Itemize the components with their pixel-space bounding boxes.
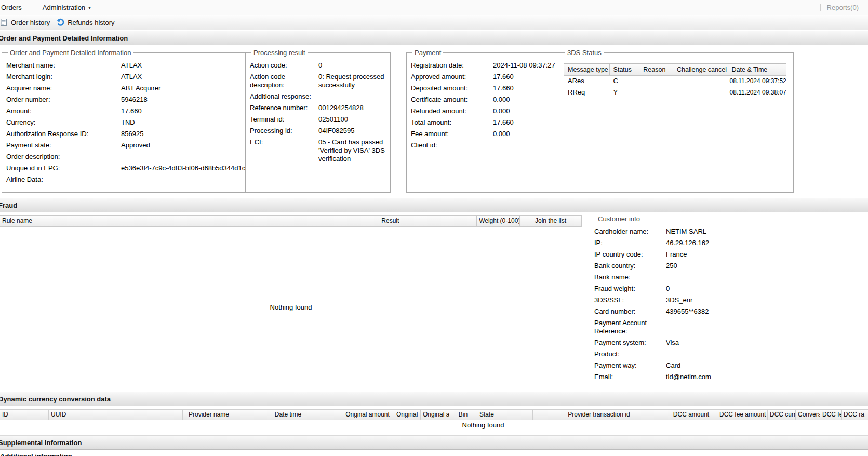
menu-separator bbox=[820, 4, 821, 11]
column-header[interactable]: Date & Time bbox=[728, 64, 786, 75]
reports-link[interactable]: Reports(0) bbox=[827, 4, 859, 11]
column-header[interactable]: Date time bbox=[235, 410, 341, 420]
table-cell: RReq bbox=[564, 87, 610, 98]
field-row: Merchant login:ATLAX bbox=[6, 73, 245, 81]
column-header[interactable]: UUID bbox=[49, 410, 183, 420]
panel-processing-result: Processing result Action code:0Action co… bbox=[245, 49, 391, 193]
field-value: 2024-11-08 09:37:27 bbox=[493, 61, 555, 70]
order-history-label: Order history bbox=[11, 19, 50, 26]
field-row: Payment Account Reference: bbox=[594, 319, 860, 336]
column-header[interactable]: Provider name bbox=[183, 410, 235, 420]
field-label: Refunded amount: bbox=[411, 107, 493, 115]
field-value: 439655**6382 bbox=[666, 307, 860, 316]
field-label: Action code: bbox=[250, 61, 318, 70]
field-row: Terminal id:02501100 bbox=[250, 115, 386, 124]
column-header[interactable]: Original f bbox=[394, 410, 421, 420]
field-row: Product: bbox=[594, 350, 860, 358]
field-label: Merchant name: bbox=[6, 61, 121, 70]
field-list: Registration date:2024-11-08 09:37:27App… bbox=[411, 61, 555, 150]
column-header[interactable]: DCC fee amount bbox=[717, 410, 768, 420]
toolbar: Order history Refunds history bbox=[0, 15, 868, 30]
field-label: Order description: bbox=[6, 153, 121, 161]
field-label: Payment way: bbox=[594, 361, 666, 370]
field-label: Approved amount: bbox=[411, 73, 493, 81]
field-label: Fraud weight: bbox=[594, 285, 666, 293]
column-header[interactable]: DCC curr bbox=[768, 410, 796, 420]
field-row: Cardholder name:NETIM SARL bbox=[594, 227, 860, 236]
column-header[interactable]: DCC ra bbox=[842, 410, 868, 420]
column-header[interactable]: Provider transaction id bbox=[533, 410, 665, 420]
field-row: Merchant name:ATLAX bbox=[6, 61, 245, 70]
field-label: Acquirer name: bbox=[6, 84, 121, 92]
panel-customer-info: Customer info Cardholder name:NETIM SARL… bbox=[590, 215, 864, 387]
field-value bbox=[666, 273, 860, 281]
panel-payment: Payment Registration date:2024-11-08 09:… bbox=[406, 49, 560, 193]
field-value: NETIM SARL bbox=[666, 227, 860, 236]
column-header[interactable]: Original amount bbox=[341, 410, 394, 420]
field-label: Registration date: bbox=[411, 61, 493, 70]
panel-legend: 3DS Status bbox=[565, 49, 604, 57]
field-label: Certificate amount: bbox=[411, 96, 493, 104]
field-value: e536e3f4-7c9c-4d83-bf06-d68b5d344d1c bbox=[121, 164, 245, 172]
column-header[interactable]: Rule name bbox=[0, 216, 379, 226]
field-value: 3DS_enr bbox=[666, 296, 860, 304]
field-row: Additional response: bbox=[250, 92, 386, 101]
column-header[interactable]: Bin bbox=[449, 410, 477, 420]
field-value bbox=[666, 319, 860, 336]
menu-item-administration[interactable]: Administration ▾ bbox=[39, 4, 94, 11]
column-header[interactable]: Message type bbox=[564, 64, 610, 75]
column-header[interactable]: Join the list bbox=[520, 216, 582, 226]
section-bar-fraud: Fraud bbox=[0, 198, 868, 212]
column-header[interactable]: Reason bbox=[639, 64, 673, 75]
field-row: Fraud weight:0 bbox=[594, 285, 860, 293]
column-header[interactable]: Status bbox=[610, 64, 640, 75]
column-header[interactable]: Challenge cancel bbox=[673, 64, 728, 75]
field-row: Payment state:Approved bbox=[6, 141, 245, 150]
panel-3ds-status: 3DS Status Message typeStatusReasonChall… bbox=[559, 49, 794, 193]
column-header[interactable]: State bbox=[477, 410, 533, 420]
table-cell: 08.11.2024 09:38:07 bbox=[728, 87, 786, 98]
table-row[interactable]: RReqY08.11.2024 09:38:07 bbox=[564, 87, 786, 98]
table-row[interactable]: AResC08.11.2024 09:37:52 bbox=[564, 76, 786, 87]
column-header[interactable]: DCC fee bbox=[820, 410, 842, 420]
menu-item-orders[interactable]: Orders bbox=[0, 4, 25, 11]
menu-bar: Orders Administration ▾ Reports(0) bbox=[0, 0, 868, 15]
column-header[interactable]: ID bbox=[0, 410, 49, 420]
field-row: Order description: bbox=[6, 153, 245, 161]
field-row: Action code description:0: Request proce… bbox=[250, 73, 386, 89]
section-bar-dcc: Dynamic currency conversion data bbox=[0, 392, 868, 406]
order-history-button[interactable]: Order history bbox=[0, 16, 52, 29]
field-row: Currency:TND bbox=[6, 118, 245, 127]
column-header[interactable]: Conversi bbox=[796, 410, 820, 420]
chevron-down-icon: ▾ bbox=[88, 5, 91, 10]
field-label: 3DS/SSL: bbox=[594, 296, 666, 304]
field-row: IP country code:France bbox=[594, 250, 860, 259]
column-header[interactable]: Result bbox=[379, 216, 477, 226]
field-value: 250 bbox=[666, 262, 860, 270]
field-list: Merchant name:ATLAXMerchant login:ATLAXA… bbox=[6, 61, 245, 184]
table-cell: C bbox=[610, 76, 640, 87]
column-header[interactable]: DCC amount bbox=[665, 410, 717, 420]
field-label: ECI: bbox=[250, 138, 318, 163]
field-row: Unique id in EPG:e536e3f4-7c9c-4d83-bf06… bbox=[6, 164, 245, 172]
field-list: Action code:0Action code description:0: … bbox=[250, 61, 386, 163]
field-row: Fee amount:0.000 bbox=[411, 130, 555, 138]
field-row: Bank name: bbox=[594, 273, 860, 281]
column-header[interactable]: Original a bbox=[421, 410, 449, 420]
field-value bbox=[493, 141, 555, 150]
field-value: 0: Request processed successfully bbox=[318, 73, 386, 89]
section-bar-order-info: Order and Payment Detailed Information bbox=[0, 31, 868, 45]
fraud-rules-table: Rule nameResultWeight (0-100)Join the li… bbox=[0, 215, 582, 387]
column-header[interactable]: Weight (0-100) bbox=[477, 216, 520, 226]
panel-legend: Payment bbox=[412, 49, 443, 57]
threeds-status-table: Message typeStatusReasonChallenge cancel… bbox=[564, 63, 786, 98]
field-value: 0.000 bbox=[493, 130, 555, 138]
refunds-history-button[interactable]: Refunds history bbox=[54, 16, 116, 29]
field-row: Order number:5946218 bbox=[6, 96, 245, 104]
field-row: Authorization Response ID:856925 bbox=[6, 130, 245, 138]
field-label: Reference number: bbox=[250, 104, 318, 112]
field-value bbox=[121, 176, 245, 184]
field-row: Refunded amount:0.000 bbox=[411, 107, 555, 115]
threeds-table-body: AResC08.11.2024 09:37:52RReqY08.11.2024 … bbox=[564, 76, 786, 98]
field-value: Card bbox=[666, 361, 860, 370]
